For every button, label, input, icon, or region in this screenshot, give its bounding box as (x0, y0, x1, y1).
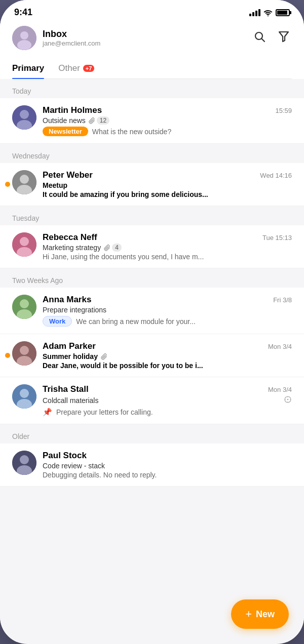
section-today: Today (0, 79, 304, 98)
tag-work: Work (43, 316, 72, 327)
email-preview: It could be amazing if you bring some de… (43, 190, 292, 198)
status-time: 9:41 (14, 7, 32, 18)
svg-point-7 (20, 110, 29, 119)
email-body-adam-parker: Adam Parker Mon 3/4 Summer holiday Dear … (43, 341, 292, 370)
email-time: 15:59 (275, 107, 292, 114)
filter-icon (278, 30, 290, 43)
email-subject-row: Meetup (43, 181, 292, 189)
email-subject-row: Summer holiday (43, 352, 292, 360)
email-body-rebecca-neff: Rebecca Neff Tue 15:13 Marketing strateg… (43, 232, 292, 261)
email-item-rebecca-neff[interactable]: Rebecca Neff Tue 15:13 Marketing strateg… (0, 225, 304, 268)
section-wednesday: Wednesday (0, 144, 304, 163)
email-item-anna-marks[interactable]: Anna Marks Fri 3/8 Prepare integrations … (0, 288, 304, 334)
sender-name: Peter Weber (43, 170, 93, 180)
sender-name: Adam Parker (43, 341, 96, 351)
email-subject-row: Outside news 12 (43, 116, 292, 125)
header: Inbox jane@emclient.com (0, 22, 304, 79)
unread-dot (5, 182, 10, 187)
email-body-anna-marks: Anna Marks Fri 3/8 Prepare integrations … (43, 295, 292, 327)
inbox-info: Inbox jane@emclient.com (43, 29, 100, 47)
emoji-pushpin: 📌 (43, 408, 52, 417)
unread-dot (5, 353, 10, 358)
email-tags-row: 📌 Prepare your letters for calling. (43, 408, 292, 417)
avatar-paul-stock (12, 451, 36, 475)
paperclip-icon (89, 117, 95, 124)
avatar-rebecca-neff (12, 232, 36, 257)
email-item-peter-weber[interactable]: Peter Weber Wed 14:16 Meetup It could be… (0, 163, 304, 206)
search-icon (253, 30, 265, 43)
circle-target-icon (284, 395, 292, 406)
attach-icon: 4 (104, 244, 122, 252)
sender-name: Martin Holmes (43, 105, 102, 115)
target-icon (284, 395, 292, 404)
search-button[interactable] (251, 28, 268, 48)
avatar-peter-weber (12, 170, 36, 194)
inbox-email: jane@emclient.com (43, 39, 100, 47)
email-subject: Marketing strategy (43, 244, 101, 252)
email-meta: Paul Stock (43, 451, 292, 461)
tab-other-badge: +7 (83, 65, 95, 72)
email-subject: Outside news (43, 116, 86, 125)
attach-count: 12 (97, 116, 109, 125)
paperclip-icon (104, 245, 110, 251)
header-top: Inbox jane@emclient.com (12, 26, 292, 50)
email-preview: Dear Jane, would it be possible for you … (43, 361, 292, 370)
email-subject: Code review - stack (43, 462, 105, 470)
header-left: Inbox jane@emclient.com (12, 26, 100, 50)
email-item-adam-parker[interactable]: Adam Parker Mon 3/4 Summer holiday Dear … (0, 334, 304, 377)
email-tags-row: Work We can bring a new module for your.… (43, 316, 292, 327)
avatar-martin-holmes (12, 105, 36, 130)
header-actions (251, 28, 292, 48)
paperclip-icon (101, 353, 107, 360)
tab-other[interactable]: Other +7 (58, 58, 94, 78)
email-preview: Hi Jane, using the documents you send, I… (43, 253, 292, 261)
sender-name: Rebecca Neff (43, 232, 97, 243)
email-meta: Martin Holmes 15:59 (43, 105, 292, 115)
email-time: Wed 14:16 (260, 172, 292, 179)
svg-marker-5 (279, 32, 288, 42)
new-email-button[interactable]: + New (231, 599, 289, 629)
email-body-peter-weber: Peter Weber Wed 14:16 Meetup It could be… (43, 170, 292, 198)
email-item-trisha-stall[interactable]: Trisha Stall Mon 3/4 Coldcall materials (0, 377, 304, 424)
svg-point-10 (20, 175, 29, 184)
status-icons (249, 9, 290, 16)
sender-name: Trisha Stall (43, 384, 89, 394)
avatar-anna-marks (12, 295, 36, 319)
tab-primary[interactable]: Primary (12, 58, 44, 78)
battery-icon (276, 9, 290, 16)
inbox-title: Inbox (43, 29, 100, 39)
email-time: Mon 3/4 (268, 386, 292, 393)
email-tags-row: Newsletter What is the new outside? (43, 127, 292, 136)
section-two-weeks-ago: Two Weeks Ago (0, 268, 304, 288)
email-item-martin-holmes[interactable]: Martin Holmes 15:59 Outside news 12 News… (0, 98, 304, 144)
email-preview: Prepare your letters for calling. (56, 408, 153, 416)
email-subject: Prepare integrations (43, 306, 106, 314)
filter-button[interactable] (276, 28, 292, 48)
tabs: Primary Other +7 (12, 58, 292, 79)
email-time: Tue 15:13 (262, 234, 292, 242)
avatar-adam-parker (12, 341, 36, 366)
email-meta: Adam Parker Mon 3/4 (43, 341, 292, 351)
email-subject-row: Code review - stack (43, 462, 292, 470)
fab-label: New (256, 609, 275, 620)
email-subject: Meetup (43, 181, 67, 189)
email-body-paul-stock: Paul Stock Code review - stack Debugging… (43, 451, 292, 479)
email-time: Mon 3/4 (268, 343, 292, 350)
wifi-icon (263, 9, 273, 16)
email-item-paul-stock[interactable]: Paul Stock Code review - stack Debugging… (0, 444, 304, 487)
email-subject-row: Prepare integrations (43, 306, 292, 314)
email-time: Fri 3/8 (273, 296, 292, 304)
svg-point-19 (20, 346, 29, 355)
email-preview: Debugging details. No need to reply. (43, 471, 292, 479)
svg-point-25 (287, 399, 288, 399)
section-older: Older (0, 424, 304, 444)
email-meta: Peter Weber Wed 14:16 (43, 170, 292, 180)
avatar-trisha-stall (12, 384, 36, 409)
email-meta: Trisha Stall Mon 3/4 (43, 384, 292, 394)
svg-point-22 (20, 389, 29, 398)
email-meta: Rebecca Neff Tue 15:13 (43, 232, 292, 243)
email-subject: Summer holiday (43, 352, 98, 360)
svg-line-4 (262, 39, 265, 42)
email-subject: Coldcall materials (43, 396, 98, 405)
svg-point-2 (17, 40, 31, 50)
